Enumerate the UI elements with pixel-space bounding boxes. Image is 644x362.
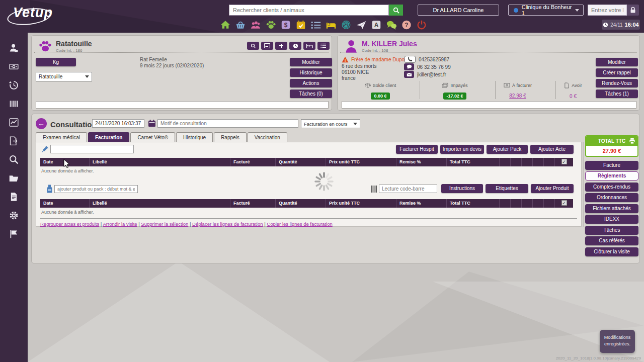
billing-icon[interactable]: $ [280, 19, 291, 31]
stat-a-facturer-value[interactable]: 82.98 € [509, 93, 526, 99]
col-remise[interactable]: Remise % [396, 158, 446, 166]
email-button[interactable] [404, 71, 414, 78]
tab-examen-medical[interactable]: Examen médical [36, 132, 87, 142]
pin-lock-button[interactable] [627, 5, 639, 16]
col-quantite[interactable]: Quantité [275, 158, 326, 166]
consultation-motif-input[interactable] [157, 119, 298, 128]
taches-button[interactable]: Tâches [585, 226, 638, 235]
scrollbar[interactable] [583, 142, 584, 227]
etiquettes-button[interactable]: Etiquettes [486, 184, 528, 193]
history-icon[interactable] [9, 80, 19, 90]
tab-carnet-veto[interactable]: Carnet Véto® [130, 132, 175, 142]
calendar-icon[interactable] [148, 119, 156, 127]
send-icon[interactable] [356, 19, 367, 31]
client-appointment-button[interactable]: Rendez-Vous [596, 79, 638, 87]
tab-vaccination[interactable]: Vaccination [248, 132, 287, 142]
ajouter-acte-button[interactable]: Ajouter Acte [530, 145, 574, 154]
tab-rappels[interactable]: Rappels [214, 132, 247, 142]
pin-input[interactable] [588, 5, 627, 16]
col-date[interactable]: Date [40, 158, 89, 166]
barcode-icon[interactable] [9, 99, 19, 109]
messages-icon[interactable] [386, 19, 397, 31]
vetup-logo[interactable]: Vetup [7, 4, 53, 28]
idexx-button[interactable]: IDEXX [585, 215, 638, 224]
animal-search-button[interactable] [247, 42, 259, 50]
animal-modify-button[interactable]: Modifier [290, 58, 332, 66]
col-total[interactable]: Total TTC [446, 158, 499, 166]
select-all-checkbox[interactable]: ✓ [561, 159, 567, 164]
col-libelle[interactable]: Libellé [89, 158, 230, 166]
flag-icon[interactable] [9, 229, 19, 239]
search-button[interactable] [389, 5, 403, 16]
sms-button[interactable] [404, 63, 414, 70]
col-facture[interactable]: Facturé [230, 158, 275, 166]
select-all-checkbox[interactable]: ✓ [561, 200, 567, 206]
client-file-icon[interactable] [9, 43, 19, 53]
product-search-input[interactable] [54, 185, 138, 193]
hospitalisation-icon[interactable] [326, 19, 337, 31]
agenda-icon[interactable] [295, 19, 306, 31]
col-select-all[interactable]: ✓ [554, 158, 573, 166]
basket-icon[interactable] [235, 19, 246, 31]
weight-button[interactable]: Kg [36, 58, 76, 66]
fichiers-attaches-button[interactable]: Fichiers attachés [585, 204, 638, 213]
clinic-select[interactable]: Clinique du Bonheur 1 [508, 5, 584, 16]
clients-icon[interactable] [250, 19, 261, 31]
tasks-icon[interactable] [310, 19, 321, 31]
cloturer-visite-button[interactable]: Clôturer la visite [585, 247, 638, 256]
instructions-button[interactable]: Instructions [441, 184, 483, 193]
col-prix-unite[interactable]: Prix unité TTC [326, 158, 396, 166]
animal-notes-input[interactable] [36, 101, 329, 109]
consultation-status-select[interactable]: Facturation en cours [301, 119, 360, 128]
home-icon[interactable] [220, 19, 231, 31]
animal-history-list-button[interactable]: Historique [290, 68, 332, 77]
consultation-date-input[interactable] [92, 119, 144, 128]
reglements-button[interactable]: Règlements [585, 171, 638, 180]
animal-add-button[interactable] [275, 42, 287, 50]
act-search-input[interactable] [50, 145, 134, 153]
printer-icon[interactable] [629, 138, 635, 144]
ajouter-pack-button[interactable]: Ajouter Pack [487, 145, 528, 154]
help-icon[interactable]: ? [401, 19, 412, 31]
link-supprimer[interactable]: Supprimer la sélection [141, 221, 188, 227]
tab-historique[interactable]: Historique [176, 132, 213, 142]
barcode-input[interactable] [379, 185, 437, 193]
client-notes-input[interactable] [342, 101, 636, 109]
payments-icon[interactable] [9, 61, 19, 72]
comptes-rendus-button[interactable]: Comptes-rendus [585, 183, 638, 192]
search-icon[interactable] [9, 154, 19, 165]
folder-icon[interactable] [9, 173, 19, 184]
link-arrondir[interactable]: Arrondir la visite [103, 221, 137, 227]
network-icon[interactable] [341, 19, 352, 31]
ordonnances-button[interactable]: Ordonnances [585, 193, 638, 202]
col-total[interactable]: Total TTC [446, 199, 499, 208]
link-deplacer[interactable]: Déplacer les lignes de facturation [192, 221, 263, 227]
settings-icon[interactable] [9, 210, 19, 221]
facturer-hospit-button[interactable]: Facturer Hospit [396, 145, 438, 154]
stats-icon[interactable] [9, 117, 19, 128]
animal-selector[interactable]: Ratatouille [36, 72, 92, 81]
ajouter-produit-button[interactable]: Ajouter Produit [531, 184, 574, 193]
animal-menu-button[interactable] [317, 42, 330, 50]
col-select-all[interactable]: ✓ [554, 199, 573, 208]
animal-history-button[interactable] [289, 42, 301, 50]
client-tasks-button[interactable]: Tâches (1) [596, 89, 638, 98]
link-regrouper[interactable]: Regrouper actes et produits [40, 221, 99, 227]
animal-tasks-button[interactable]: Tâches (0) [290, 89, 332, 98]
col-remise[interactable]: Remise % [396, 199, 446, 208]
export-document-icon[interactable] [9, 136, 19, 146]
phone-button[interactable] [405, 56, 416, 63]
cas-referes-button[interactable]: Cas référés [585, 236, 638, 245]
current-user-button[interactable]: Dr ALLARD Caroline [418, 5, 499, 16]
client-reminder-button[interactable]: Créer rappel [596, 68, 638, 77]
document-icon[interactable] [9, 192, 19, 202]
col-prix-unite[interactable]: Prix unité TTC [326, 199, 396, 208]
power-icon[interactable] [416, 19, 427, 31]
link-copier[interactable]: Copier les lignes de facturation [267, 221, 332, 227]
appstore-icon[interactable]: A [371, 19, 382, 31]
col-quantite[interactable]: Quantité [275, 199, 326, 208]
animal-card-button[interactable] [261, 42, 273, 50]
back-button[interactable]: ← [36, 118, 47, 129]
tab-facturation[interactable]: Facturation [88, 132, 129, 142]
facture-button[interactable]: Facture [585, 161, 638, 170]
